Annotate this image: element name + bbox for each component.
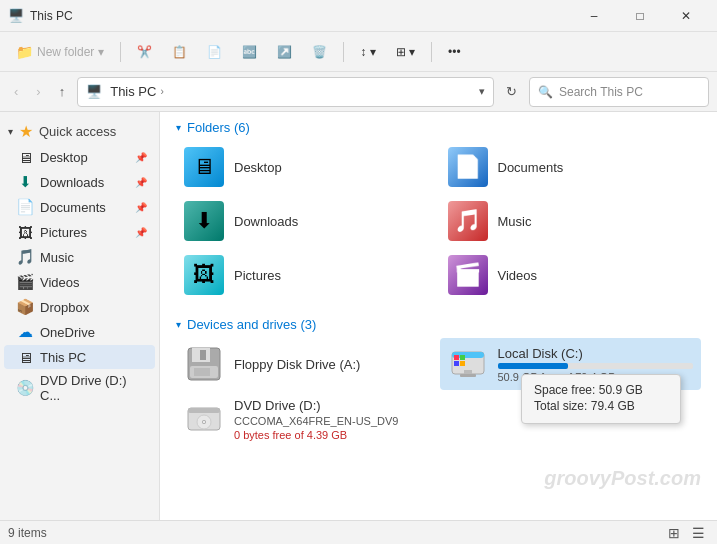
folder-item-desktop[interactable]: 🖥 Desktop [176,141,438,193]
pictures-pin-icon: 📌 [135,227,147,238]
floppy-drive-name: Floppy Disk Drive (A:) [234,357,430,372]
sidebar-item-pictures[interactable]: 🖼 Pictures 📌 [4,220,155,244]
folder-item-documents[interactable]: 📄 Documents [440,141,702,193]
new-folder-button[interactable]: 📁 New folder ▾ [8,40,112,64]
address-bar: ‹ › ↑ 🖥️ This PC › ▾ ↻ 🔍 Search This PC [0,72,717,112]
dvdd-drive-info: DVD Drive (D:) CCCOMA_X64FRE_EN-US_DV9 0… [234,398,430,441]
sidebar-item-documents[interactable]: 📄 Documents 📌 [4,195,155,219]
pictures-icon: 🖼 [16,223,34,241]
quick-access-chevron-icon: ▾ [8,126,13,137]
sidebar-documents-label: Documents [40,200,106,215]
localc-bar [498,363,568,369]
quick-access-label: Quick access [39,124,116,139]
onedrive-icon: ☁ [16,323,34,341]
share-icon: ↗️ [277,45,292,59]
drive-item-floppy[interactable]: Floppy Disk Drive (A:) [176,338,438,390]
sidebar-item-music[interactable]: 🎵 Music [4,245,155,269]
sort-button[interactable]: ↕ ▾ [352,41,383,63]
drives-section-label: Devices and drives (3) [187,317,316,332]
new-folder-label: New folder [37,45,94,59]
minimize-button[interactable]: – [571,0,617,32]
delete-button[interactable]: 🗑️ [304,41,335,63]
drive-item-dvdd[interactable]: DVD Drive (D:) CCCOMA_X64FRE_EN-US_DV9 0… [176,392,438,447]
view-button[interactable]: ⊞ ▾ [388,41,423,63]
folder-item-music[interactable]: 🎵 Music [440,195,702,247]
copy-button[interactable]: 📋 [164,41,195,63]
status-count: 9 items [8,526,47,540]
cut-icon: ✂️ [137,45,152,59]
view-icon: ⊞ ▾ [396,45,415,59]
title-bar: 🖥️ This PC – □ ✕ [0,0,717,32]
desktop-pin-icon: 📌 [135,152,147,163]
folder-item-videos[interactable]: 🎬 Videos [440,249,702,301]
desktop-folder-name: Desktop [234,160,282,175]
sidebar-quick-access-header[interactable]: ▾ ★ Quick access [4,119,155,144]
videos-folder-name: Videos [498,268,538,283]
close-button[interactable]: ✕ [663,0,709,32]
toolbar-separator-3 [431,42,432,62]
folder-grid: 🖥 Desktop 📄 Documents ⬇ Downloads [160,141,717,309]
cut-button[interactable]: ✂️ [129,41,160,63]
more-button[interactable]: ••• [440,41,469,63]
sidebar-downloads-label: Downloads [40,175,104,190]
app-icon: 🖥️ [8,8,24,24]
delete-icon: 🗑️ [312,45,327,59]
new-folder-icon: 📁 [16,44,33,60]
drives-section-header[interactable]: ▾ Devices and drives (3) [160,309,717,338]
dvdd-drive-free: 0 bytes free of 4.39 GB [234,429,430,441]
list-view-button[interactable]: ☰ [688,523,709,543]
sidebar-item-desktop[interactable]: 🖥 Desktop 📌 [4,145,155,169]
desktop-folder-icon: 🖥 [184,147,224,187]
floppy-drive-icon [184,344,224,384]
rename-button[interactable]: 🔤 [234,41,265,63]
sidebar-dropbox-label: Dropbox [40,300,89,315]
sidebar-item-dropbox[interactable]: 📦 Dropbox [4,295,155,319]
up-button[interactable]: ↑ [53,80,72,103]
sidebar: ▾ ★ Quick access 🖥 Desktop 📌 ⬇ Downloads… [0,112,160,520]
svg-rect-11 [454,361,459,366]
folders-section-header[interactable]: ▾ Folders (6) [160,112,717,141]
address-input[interactable]: 🖥️ This PC › ▾ [77,77,494,107]
folder-item-downloads[interactable]: ⬇ Downloads [176,195,438,247]
back-button[interactable]: ‹ [8,80,24,103]
downloads-folder-name: Downloads [234,214,298,229]
pictures-folder-icon: 🖼 [184,255,224,295]
sidebar-item-onedrive[interactable]: ☁ OneDrive [4,320,155,344]
documents-pin-icon: 📌 [135,202,147,213]
sidebar-music-label: Music [40,250,74,265]
title-bar-title: This PC [30,9,73,23]
svg-rect-14 [188,408,220,413]
svg-rect-9 [454,355,459,360]
toolbar: 📁 New folder ▾ ✂️ 📋 📄 🔤 ↗️ 🗑️ ↕ ▾ ⊞ ▾ ••… [0,32,717,72]
music-folder-name: Music [498,214,532,229]
tooltip-total-size-val: 79.4 GB [591,399,635,413]
svg-point-17 [203,421,205,423]
dvddrive-icon: 💿 [16,379,34,397]
sidebar-item-downloads[interactable]: ⬇ Downloads 📌 [4,170,155,194]
refresh-button[interactable]: ↻ [500,80,523,103]
grid-view-button[interactable]: ⊞ [664,523,684,543]
svg-rect-10 [460,355,465,360]
address-dropdown-button[interactable]: ▾ [479,85,485,98]
forward-button[interactable]: › [30,80,46,103]
copy-icon: 📋 [172,45,187,59]
address-pc-icon: 🖥️ [86,84,102,99]
svg-rect-4 [194,368,210,376]
localc-drive-icon [448,344,488,384]
drives-chevron-icon: ▾ [176,319,181,330]
sidebar-dvddrive-label: DVD Drive (D:) C... [40,373,147,403]
sidebar-item-videos[interactable]: 🎬 Videos [4,270,155,294]
drive-item-localc[interactable]: Local Disk (C:) 50.9 GB free of 79.4 GB … [440,338,702,390]
maximize-button[interactable]: □ [617,0,663,32]
paste-button[interactable]: 📄 [199,41,230,63]
sidebar-item-dvddrive[interactable]: 💿 DVD Drive (D:) C... [4,370,155,406]
new-folder-arrow: ▾ [98,45,104,59]
folders-section-label: Folders (6) [187,120,250,135]
share-button[interactable]: ↗️ [269,41,300,63]
dvdd-drive-subtitle: CCCOMA_X64FRE_EN-US_DV9 [234,415,430,427]
search-box[interactable]: 🔍 Search This PC [529,77,709,107]
folder-item-pictures[interactable]: 🖼 Pictures [176,249,438,301]
toolbar-separator-2 [343,42,344,62]
status-bar: 9 items ⊞ ☰ [0,520,717,544]
sidebar-item-thispc[interactable]: 🖥 This PC [4,345,155,369]
